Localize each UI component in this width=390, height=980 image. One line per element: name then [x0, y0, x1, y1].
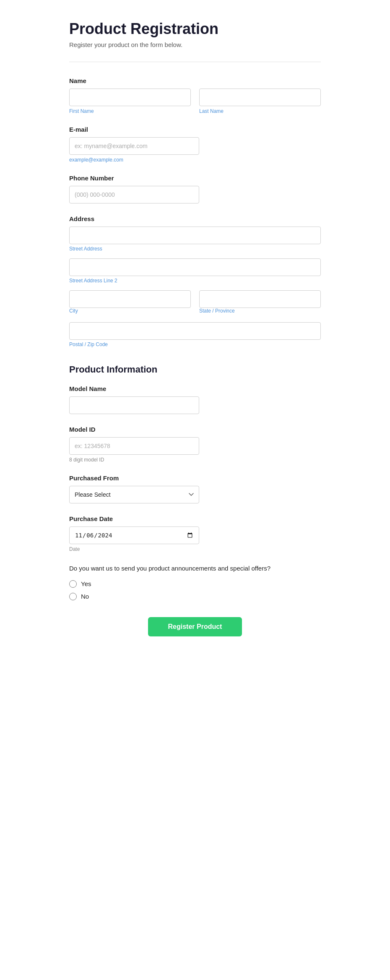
street-address-hint: Street Address — [69, 246, 321, 252]
phone-input[interactable] — [69, 186, 199, 203]
purchased-from-select[interactable]: Please Select Online Store Retail Store … — [69, 486, 199, 503]
radio-yes-input[interactable] — [69, 580, 77, 588]
registration-form: Name First Name Last Name E-mail example… — [69, 77, 321, 636]
street-address-input[interactable] — [69, 227, 321, 244]
radio-no-label[interactable]: No — [69, 593, 321, 600]
street-address2-hint: Street Address Line 2 — [69, 278, 321, 284]
email-label: E-mail — [69, 126, 321, 133]
announcements-radio-group: Yes No — [69, 580, 321, 600]
postal-hint: Postal / Zip Code — [69, 341, 321, 347]
product-section-title: Product Information — [69, 364, 321, 375]
street-address2-input[interactable] — [69, 258, 321, 276]
model-id-section: Model ID 8 digit model ID — [69, 426, 321, 463]
section-divider — [69, 62, 321, 62]
submit-section: Register Product — [69, 617, 321, 636]
address-section: Address Street Address Street Address Li… — [69, 215, 321, 347]
model-id-input[interactable] — [69, 437, 199, 455]
first-name-col: First Name — [69, 89, 191, 114]
purchased-from-section: Purchased From Please Select Online Stor… — [69, 474, 321, 503]
address-label: Address — [69, 215, 321, 222]
city-input[interactable] — [69, 290, 191, 308]
name-section: Name First Name Last Name — [69, 77, 321, 114]
last-name-input[interactable] — [199, 89, 321, 106]
state-col: State / Province — [199, 290, 321, 321]
radio-no-text: No — [81, 593, 89, 600]
first-name-input[interactable] — [69, 89, 191, 106]
page-subtitle: Register your product on the form below. — [69, 41, 321, 48]
state-input[interactable] — [199, 290, 321, 308]
model-name-input[interactable] — [69, 396, 199, 414]
last-name-col: Last Name — [199, 89, 321, 114]
email-section: E-mail example@example.com — [69, 126, 321, 163]
model-id-label: Model ID — [69, 426, 321, 433]
radio-yes-text: Yes — [81, 580, 91, 587]
name-label: Name — [69, 77, 321, 84]
email-input[interactable] — [69, 137, 199, 155]
product-info-section: Product Information Model Name Model ID … — [69, 364, 321, 600]
city-hint: City — [69, 308, 191, 314]
model-id-hint: 8 digit model ID — [69, 457, 321, 463]
purchased-from-label: Purchased From — [69, 474, 321, 482]
last-name-hint: Last Name — [199, 108, 321, 114]
announcements-section: Do you want us to send you product annou… — [69, 564, 321, 600]
city-col: City — [69, 290, 191, 321]
radio-no-input[interactable] — [69, 593, 77, 600]
first-name-hint: First Name — [69, 108, 191, 114]
state-hint: State / Province — [199, 308, 321, 314]
purchase-date-section: Purchase Date Date — [69, 515, 321, 552]
postal-input[interactable] — [69, 322, 321, 340]
purchase-date-hint: Date — [69, 546, 321, 552]
announcements-question: Do you want us to send you product annou… — [69, 564, 321, 573]
phone-section: Phone Number — [69, 175, 321, 203]
model-name-section: Model Name — [69, 385, 321, 414]
email-hint: example@example.com — [69, 157, 321, 163]
radio-yes-label[interactable]: Yes — [69, 580, 321, 588]
purchase-date-label: Purchase Date — [69, 515, 321, 522]
phone-label: Phone Number — [69, 175, 321, 182]
register-button[interactable]: Register Product — [148, 617, 242, 636]
purchase-date-input[interactable] — [69, 526, 199, 544]
page-title: Product Registration — [69, 20, 321, 38]
model-name-label: Model Name — [69, 385, 321, 392]
